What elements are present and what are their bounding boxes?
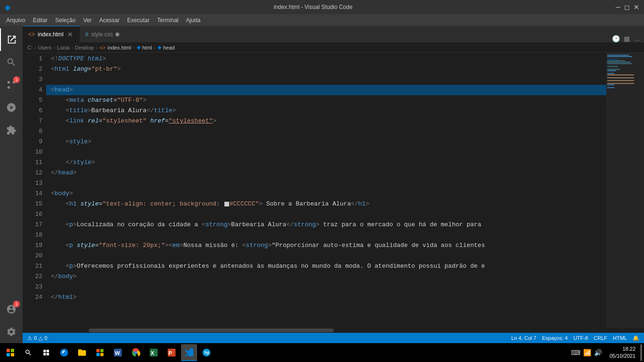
activity-explorer[interactable] bbox=[0, 28, 23, 51]
tab-index-html-label: index.html bbox=[38, 31, 64, 38]
code-editor[interactable]: 12345 678910 1112131415 1617181920 21222… bbox=[23, 53, 606, 328]
h-scrollbar-thumb[interactable] bbox=[89, 329, 334, 332]
breadcrumb-html[interactable]: html bbox=[142, 45, 152, 50]
main-layout: 1 1 <> index.html ✕ # style.css bbox=[0, 26, 644, 343]
taskbar-task-view[interactable] bbox=[38, 344, 55, 361]
menu-ajuda[interactable]: Ajuda bbox=[182, 16, 205, 25]
svg-point-2 bbox=[8, 81, 10, 84]
svg-rect-8 bbox=[100, 349, 104, 353]
code-content[interactable]: <!DOCTYPE html> <html lang="pt-br"> <hea… bbox=[46, 53, 606, 328]
taskbar-chrome[interactable] bbox=[127, 344, 144, 361]
activity-source-control[interactable]: 1 bbox=[0, 74, 23, 96]
account-badge: 1 bbox=[13, 301, 20, 307]
editor-area: <> index.html ✕ # style.css 🕑 ▦ … C: › U… bbox=[23, 26, 644, 343]
title-bar-controls: ─ ◻ ✕ bbox=[616, 3, 639, 11]
svg-rect-3 bbox=[7, 349, 10, 352]
breadcrumb-users: Users bbox=[38, 45, 52, 50]
code-area: 12345 678910 1112131415 1617181920 21222… bbox=[23, 53, 644, 328]
status-language[interactable]: HTML bbox=[613, 335, 627, 341]
menu-selecao[interactable]: Seleção bbox=[51, 16, 79, 25]
more-actions-icon[interactable]: … bbox=[634, 35, 640, 42]
tab-style-css-modified bbox=[116, 33, 119, 36]
activity-search[interactable] bbox=[0, 51, 23, 74]
status-right: Ln 4, Col 7 Espaços: 4 UTF-8 CRLF HTML 🔔 bbox=[512, 335, 639, 341]
svg-rect-5 bbox=[7, 353, 10, 356]
clock-time: 18:22 bbox=[610, 346, 636, 353]
breadcrumb-desktop: Desktop bbox=[75, 45, 94, 50]
systray-volume[interactable]: 🔊 bbox=[594, 349, 602, 356]
activity-bar: 1 1 bbox=[0, 26, 23, 343]
menu-executar[interactable]: Executar bbox=[124, 16, 153, 25]
systray-keyboard[interactable]: ⌨ bbox=[571, 349, 580, 356]
activity-settings[interactable] bbox=[0, 321, 23, 343]
maximize-button[interactable]: ◻ bbox=[624, 3, 630, 11]
svg-rect-7 bbox=[97, 349, 100, 353]
taskbar-hp[interactable]: hp bbox=[198, 344, 215, 361]
code-line-3 bbox=[46, 74, 606, 85]
activity-extensions[interactable] bbox=[0, 119, 23, 141]
status-left: ⚠ 0 △ 0 bbox=[27, 335, 47, 341]
code-line-19: <p style="font-size: 20px;"><em>Nossa mi… bbox=[46, 240, 606, 251]
title-bar-title: index.html - Visual Studio Code bbox=[10, 4, 616, 10]
code-line-12: </head> bbox=[46, 168, 606, 178]
taskbar-powerpoint[interactable]: P bbox=[163, 344, 180, 361]
breadcrumb-head-icon: ◆ bbox=[157, 44, 161, 50]
start-button[interactable] bbox=[2, 343, 19, 362]
status-notifications-icon[interactable]: 🔔 bbox=[633, 335, 639, 341]
menu-acessar[interactable]: Acessar bbox=[95, 16, 123, 25]
line-numbers: 12345 678910 1112131415 1617181920 21222… bbox=[23, 53, 46, 328]
breadcrumb-lucia: Lúcia bbox=[57, 45, 69, 50]
menu-arquivo[interactable]: Arquivo bbox=[2, 16, 29, 25]
h-scrollbar[interactable] bbox=[23, 328, 644, 333]
svg-text:X: X bbox=[150, 350, 154, 356]
title-bar-left: ◆ bbox=[5, 3, 10, 12]
tab-index-html[interactable]: <> index.html ✕ bbox=[23, 26, 80, 42]
breadcrumb-html-icon: ◆ bbox=[137, 44, 140, 50]
show-desktop[interactable] bbox=[640, 344, 642, 361]
menu-bar: Arquivo Editar Seleção Ver Acessar Execu… bbox=[0, 14, 644, 26]
error-count: 0 bbox=[34, 335, 37, 341]
code-line-7: <link rel="stylesheet" href="stylesheet"… bbox=[46, 116, 606, 126]
minimap bbox=[606, 53, 644, 328]
taskbar-clock[interactable]: 18:22 05/10/2021 bbox=[606, 346, 639, 360]
status-position[interactable]: Ln 4, Col 7 bbox=[512, 335, 537, 341]
activity-debug[interactable] bbox=[0, 96, 23, 119]
tab-index-html-close[interactable]: ✕ bbox=[66, 31, 74, 38]
svg-text:W: W bbox=[115, 350, 120, 356]
menu-terminal[interactable]: Terminal bbox=[153, 16, 182, 25]
systray-network[interactable]: 📶 bbox=[583, 349, 591, 356]
breadcrumb-file-icon: <> bbox=[99, 45, 106, 50]
status-errors[interactable]: ⚠ 0 △ 0 bbox=[27, 335, 47, 341]
tab-bar-actions: 🕑 ▦ … bbox=[608, 35, 644, 42]
minimize-button[interactable]: ─ bbox=[616, 3, 620, 11]
code-line-16 bbox=[46, 209, 606, 220]
svg-text:hp: hp bbox=[205, 350, 209, 355]
error-icon: ⚠ bbox=[27, 335, 32, 341]
tab-style-css-label: style.css bbox=[91, 31, 113, 38]
clock-date: 05/10/2021 bbox=[610, 353, 636, 360]
status-spaces[interactable]: Espaços: 4 bbox=[542, 335, 568, 341]
code-line-13 bbox=[46, 178, 606, 189]
taskbar-file-explorer[interactable] bbox=[74, 344, 91, 361]
taskbar-vscode[interactable] bbox=[181, 344, 197, 361]
activity-account[interactable]: 1 bbox=[0, 298, 23, 321]
close-button[interactable]: ✕ bbox=[634, 3, 639, 11]
taskbar-search[interactable] bbox=[20, 344, 37, 361]
status-encoding[interactable]: UTF-8 bbox=[573, 335, 588, 341]
breadcrumb-head[interactable]: head bbox=[163, 45, 174, 50]
code-line-9: <style> bbox=[46, 137, 606, 147]
breadcrumb-index-html[interactable]: index.html bbox=[107, 45, 131, 50]
menu-editar[interactable]: Editar bbox=[29, 16, 51, 25]
taskbar-edge[interactable] bbox=[56, 344, 73, 361]
code-line-15: <h1 style="text-align: center; backgroun… bbox=[46, 199, 606, 209]
menu-ver[interactable]: Ver bbox=[79, 16, 95, 25]
status-line-ending[interactable]: CRLF bbox=[594, 335, 607, 341]
svg-point-13 bbox=[134, 351, 138, 354]
open-editors-icon[interactable]: 🕑 bbox=[612, 35, 620, 42]
split-editor-icon[interactable]: ▦ bbox=[624, 35, 630, 42]
taskbar-excel[interactable]: X bbox=[145, 344, 162, 361]
taskbar-word[interactable]: W bbox=[109, 344, 126, 361]
vscode-icon: ◆ bbox=[5, 3, 10, 12]
tab-style-css[interactable]: # style.css bbox=[80, 26, 125, 42]
taskbar-store[interactable] bbox=[91, 344, 108, 361]
